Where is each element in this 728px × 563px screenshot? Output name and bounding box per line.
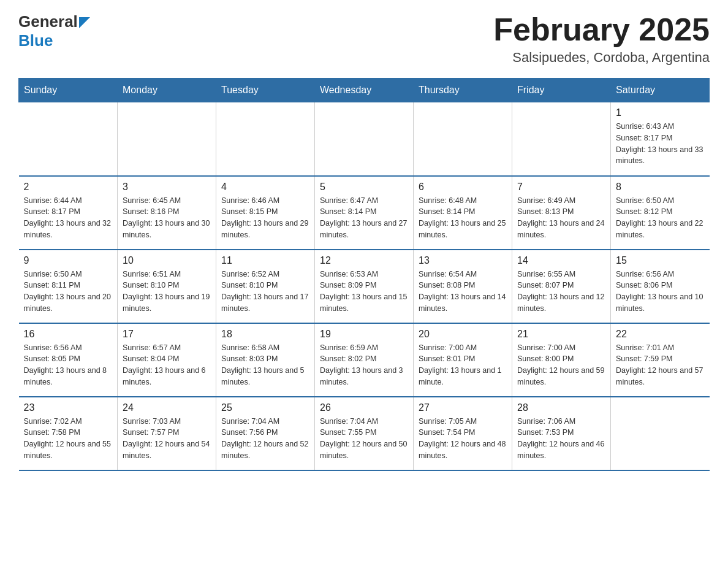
calendar-header-row: SundayMondayTuesdayWednesdayThursdayFrid… — [19, 79, 710, 102]
day-info: Sunrise: 6:56 AMSunset: 8:06 PMDaylight:… — [616, 269, 705, 315]
month-title: February 2025 — [493, 12, 710, 47]
calendar-header-friday: Friday — [512, 79, 611, 102]
calendar-cell: 13Sunrise: 6:54 AMSunset: 8:08 PMDayligh… — [414, 250, 512, 323]
calendar-cell — [414, 102, 512, 176]
day-info: Sunrise: 6:53 AMSunset: 8:09 PMDaylight:… — [320, 269, 408, 315]
calendar-cell: 8Sunrise: 6:50 AMSunset: 8:12 PMDaylight… — [611, 176, 710, 250]
calendar-week-row: 23Sunrise: 7:02 AMSunset: 7:58 PMDayligh… — [19, 397, 710, 470]
calendar-cell: 10Sunrise: 6:51 AMSunset: 8:10 PMDayligh… — [118, 250, 216, 323]
day-info: Sunrise: 7:06 AMSunset: 7:53 PMDaylight:… — [517, 416, 605, 462]
day-info: Sunrise: 7:02 AMSunset: 7:58 PMDaylight:… — [24, 416, 113, 462]
day-info: Sunrise: 6:47 AMSunset: 8:14 PMDaylight:… — [320, 195, 408, 241]
day-info: Sunrise: 6:51 AMSunset: 8:10 PMDaylight:… — [123, 269, 211, 315]
calendar-cell: 2Sunrise: 6:44 AMSunset: 8:17 PMDaylight… — [19, 176, 118, 250]
day-number: 24 — [123, 402, 211, 413]
calendar-header-monday: Monday — [118, 79, 216, 102]
calendar-cell: 28Sunrise: 7:06 AMSunset: 7:53 PMDayligh… — [512, 397, 611, 470]
day-info: Sunrise: 6:48 AMSunset: 8:14 PMDaylight:… — [419, 195, 507, 241]
day-info: Sunrise: 6:55 AMSunset: 8:07 PMDaylight:… — [517, 269, 605, 315]
logo-triangle-icon — [79, 17, 90, 28]
calendar-cell: 16Sunrise: 6:56 AMSunset: 8:05 PMDayligh… — [19, 323, 118, 397]
calendar-cell — [19, 102, 118, 176]
day-info: Sunrise: 6:59 AMSunset: 8:02 PMDaylight:… — [320, 342, 408, 388]
day-number: 9 — [24, 255, 113, 266]
calendar-week-row: 16Sunrise: 6:56 AMSunset: 8:05 PMDayligh… — [19, 323, 710, 397]
day-info: Sunrise: 7:03 AMSunset: 7:57 PMDaylight:… — [123, 416, 211, 462]
title-section: February 2025 Salsipuedes, Cordoba, Arge… — [493, 12, 710, 66]
day-number: 17 — [123, 329, 211, 340]
day-info: Sunrise: 6:58 AMSunset: 8:03 PMDaylight:… — [221, 342, 309, 388]
day-info: Sunrise: 6:43 AMSunset: 8:17 PMDaylight:… — [616, 121, 705, 167]
svg-marker-0 — [79, 17, 90, 28]
calendar-cell: 15Sunrise: 6:56 AMSunset: 8:06 PMDayligh… — [611, 250, 710, 323]
day-info: Sunrise: 7:05 AMSunset: 7:54 PMDaylight:… — [419, 416, 507, 462]
calendar-cell: 18Sunrise: 6:58 AMSunset: 8:03 PMDayligh… — [216, 323, 315, 397]
day-number: 2 — [24, 182, 113, 193]
calendar-week-row: 1Sunrise: 6:43 AMSunset: 8:17 PMDaylight… — [19, 102, 710, 176]
calendar-cell — [216, 102, 315, 176]
day-number: 19 — [320, 329, 408, 340]
day-number: 27 — [419, 402, 507, 413]
day-info: Sunrise: 6:50 AMSunset: 8:11 PMDaylight:… — [24, 269, 113, 315]
calendar-cell: 20Sunrise: 7:00 AMSunset: 8:01 PMDayligh… — [414, 323, 512, 397]
calendar-cell: 11Sunrise: 6:52 AMSunset: 8:10 PMDayligh… — [216, 250, 315, 323]
day-info: Sunrise: 6:56 AMSunset: 8:05 PMDaylight:… — [24, 342, 113, 388]
day-info: Sunrise: 6:46 AMSunset: 8:15 PMDaylight:… — [221, 195, 309, 241]
day-number: 8 — [616, 182, 705, 193]
day-number: 6 — [419, 182, 507, 193]
day-number: 21 — [517, 329, 605, 340]
calendar-cell: 17Sunrise: 6:57 AMSunset: 8:04 PMDayligh… — [118, 323, 216, 397]
logo-blue-text: Blue — [18, 31, 53, 50]
day-info: Sunrise: 7:04 AMSunset: 7:56 PMDaylight:… — [221, 416, 309, 462]
day-number: 25 — [221, 402, 309, 413]
day-number: 1 — [616, 107, 705, 118]
calendar-header-wednesday: Wednesday — [315, 79, 414, 102]
logo-general-text: General — [18, 12, 78, 31]
calendar-header-sunday: Sunday — [19, 79, 118, 102]
calendar-cell: 23Sunrise: 7:02 AMSunset: 7:58 PMDayligh… — [19, 397, 118, 470]
calendar-cell — [611, 397, 710, 470]
day-number: 3 — [123, 182, 211, 193]
day-number: 16 — [24, 329, 113, 340]
calendar-header-tuesday: Tuesday — [216, 79, 315, 102]
day-number: 10 — [123, 255, 211, 266]
calendar-cell: 4Sunrise: 6:46 AMSunset: 8:15 PMDaylight… — [216, 176, 315, 250]
calendar-week-row: 2Sunrise: 6:44 AMSunset: 8:17 PMDaylight… — [19, 176, 710, 250]
day-info: Sunrise: 6:49 AMSunset: 8:13 PMDaylight:… — [517, 195, 605, 241]
day-number: 13 — [419, 255, 507, 266]
calendar-cell — [118, 102, 216, 176]
calendar-cell: 5Sunrise: 6:47 AMSunset: 8:14 PMDaylight… — [315, 176, 414, 250]
day-info: Sunrise: 6:57 AMSunset: 8:04 PMDaylight:… — [123, 342, 211, 388]
calendar-cell — [512, 102, 611, 176]
calendar-cell: 19Sunrise: 6:59 AMSunset: 8:02 PMDayligh… — [315, 323, 414, 397]
day-number: 14 — [517, 255, 605, 266]
calendar-cell: 26Sunrise: 7:04 AMSunset: 7:55 PMDayligh… — [315, 397, 414, 470]
day-number: 5 — [320, 182, 408, 193]
calendar-cell: 9Sunrise: 6:50 AMSunset: 8:11 PMDaylight… — [19, 250, 118, 323]
calendar-cell: 25Sunrise: 7:04 AMSunset: 7:56 PMDayligh… — [216, 397, 315, 470]
day-number: 23 — [24, 402, 113, 413]
calendar-cell — [315, 102, 414, 176]
calendar-week-row: 9Sunrise: 6:50 AMSunset: 8:11 PMDaylight… — [19, 250, 710, 323]
day-info: Sunrise: 6:52 AMSunset: 8:10 PMDaylight:… — [221, 269, 309, 315]
day-number: 11 — [221, 255, 309, 266]
logo: General Blue — [18, 12, 90, 50]
day-number: 15 — [616, 255, 705, 266]
day-info: Sunrise: 6:54 AMSunset: 8:08 PMDaylight:… — [419, 269, 507, 315]
day-number: 22 — [616, 329, 705, 340]
day-number: 4 — [221, 182, 309, 193]
calendar-cell: 22Sunrise: 7:01 AMSunset: 7:59 PMDayligh… — [611, 323, 710, 397]
day-info: Sunrise: 7:04 AMSunset: 7:55 PMDaylight:… — [320, 416, 408, 462]
calendar-cell: 24Sunrise: 7:03 AMSunset: 7:57 PMDayligh… — [118, 397, 216, 470]
location-title: Salsipuedes, Cordoba, Argentina — [493, 50, 710, 66]
page-header: General Blue February 2025 Salsipuedes, … — [18, 12, 710, 66]
calendar-cell: 21Sunrise: 7:00 AMSunset: 8:00 PMDayligh… — [512, 323, 611, 397]
day-info: Sunrise: 7:00 AMSunset: 8:01 PMDaylight:… — [419, 342, 507, 388]
calendar-header-thursday: Thursday — [414, 79, 512, 102]
calendar-table: SundayMondayTuesdayWednesdayThursdayFrid… — [18, 78, 710, 471]
calendar-cell: 27Sunrise: 7:05 AMSunset: 7:54 PMDayligh… — [414, 397, 512, 470]
calendar-cell: 14Sunrise: 6:55 AMSunset: 8:07 PMDayligh… — [512, 250, 611, 323]
day-number: 20 — [419, 329, 507, 340]
calendar-header-saturday: Saturday — [611, 79, 710, 102]
day-info: Sunrise: 6:44 AMSunset: 8:17 PMDaylight:… — [24, 195, 113, 241]
